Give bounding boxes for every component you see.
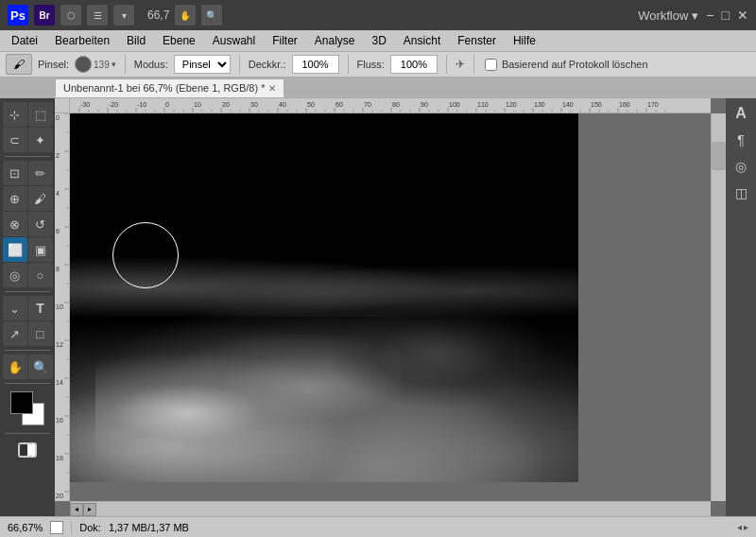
lasso-tool[interactable]: ⊂ [3, 128, 27, 152]
svg-text:80: 80 [392, 101, 400, 108]
zoom-level: 66,7 [147, 9, 169, 22]
tool-separator-2 [5, 291, 50, 292]
maximize-button[interactable]: □ [722, 8, 730, 23]
menu-datei[interactable]: Datei [4, 32, 45, 49]
main-area: ⊹ ⬚ ⊂ ✦ ⊡ ✏ ⊕ 🖌 ⊗ ↺ ⬜ ▣ ◎ ○ ⌄ [0, 98, 756, 516]
app-icon1[interactable]: ⬡ [60, 5, 81, 26]
menubar: Datei Bearbeiten Bild Ebene Auswahl Filt… [0, 30, 756, 51]
titlebar-left: Ps Br ⬡ ☰ ▾ 66,7 ✋ 🔍 [8, 5, 222, 26]
history-brush-tool[interactable]: ↺ [28, 212, 53, 236]
menu-3d[interactable]: 3D [365, 32, 394, 49]
pen-tool[interactable]: ⌄ [3, 296, 27, 320]
airbrush-toggle[interactable]: ✈ [455, 58, 465, 71]
scroll-canvas-btn[interactable]: ◂ ▸ [737, 522, 748, 532]
spot-heal-tool[interactable]: ⊕ [3, 186, 27, 211]
brush-tool-icon[interactable]: 🖌 [6, 54, 32, 75]
menu-ebene[interactable]: Ebene [155, 32, 203, 49]
selection-tool[interactable]: ⬚ [28, 102, 53, 127]
options-bar: 🖌 Pinsel: 139 ▾ Modus: Pinsel Deckkr.: F… [0, 51, 756, 78]
menu-filter[interactable]: Filter [265, 32, 305, 49]
hand-tool-icon[interactable]: ✋ [175, 5, 196, 26]
tool-separator-1 [5, 156, 50, 157]
shape-tool[interactable]: □ [28, 321, 53, 346]
svg-text:0: 0 [56, 114, 60, 121]
status-icon [50, 521, 63, 534]
canvas-area: -30-20-100102030405060708090100110120130… [55, 98, 726, 516]
tool-separator-3 [5, 350, 50, 351]
menu-ansicht[interactable]: Ansicht [396, 32, 448, 49]
svg-text:90: 90 [421, 101, 428, 108]
zoom-tool[interactable]: 🔍 [28, 355, 53, 379]
layers-btn[interactable]: ◫ [730, 182, 752, 204]
clone-stamp-tool[interactable]: ⊗ [3, 212, 27, 236]
tool-row-1: ⊹ ⬚ [3, 102, 53, 127]
close-button[interactable]: ✕ [737, 8, 748, 23]
mask-mode-toggle[interactable] [15, 438, 40, 462]
modus-select[interactable]: Pinsel [174, 55, 231, 74]
svg-text:100: 100 [449, 101, 460, 108]
gradient-tool[interactable]: ▣ [28, 237, 53, 262]
scrollbar-right[interactable] [711, 113, 726, 501]
app-icon3[interactable]: ▾ [113, 5, 134, 26]
eraser-tool[interactable]: ⬜ [3, 237, 27, 262]
document-tab[interactable]: Unbenannt-1 bei 66,7% (Ebene 1, RGB/8) *… [55, 78, 284, 97]
paragraph-btn[interactable]: ¶ [730, 129, 752, 151]
svg-text:-30: -30 [80, 101, 90, 108]
minimize-button[interactable]: − [706, 8, 713, 23]
blur-tool[interactable]: ◎ [3, 263, 27, 287]
scrollbar-right-thumb[interactable] [712, 142, 726, 170]
fluss-input[interactable] [390, 55, 438, 74]
menu-bild[interactable]: Bild [119, 32, 153, 49]
svg-text:10: 10 [56, 303, 63, 310]
scroll-left-btn[interactable]: ◂ [70, 503, 83, 516]
color-picker[interactable] [10, 391, 44, 425]
eyedropper-tool[interactable]: ✏ [28, 161, 53, 185]
move-tool[interactable]: ⊹ [3, 102, 27, 127]
protokoll-checkbox[interactable] [485, 59, 497, 71]
protokoll-checkbox-label[interactable]: Basierend auf Protokoll löschen [483, 59, 648, 71]
brush-panel-btn[interactable]: ◎ [730, 155, 752, 178]
right-panel: A ¶ ◎ ◫ [726, 98, 756, 516]
svg-text:18: 18 [56, 455, 63, 461]
path-select-tool[interactable]: ↗ [3, 321, 27, 346]
ruler-corner [55, 98, 70, 113]
separator2 [239, 55, 240, 74]
document-canvas[interactable] [70, 113, 578, 482]
svg-text:170: 170 [647, 101, 659, 108]
workflow-button[interactable]: Workflow ▾ [638, 9, 698, 23]
crop-tool[interactable]: ⊡ [3, 161, 27, 185]
bridge-logo: Br [34, 5, 55, 26]
text-tool[interactable]: T [28, 296, 53, 320]
brush-picker[interactable]: 139 ▾ [75, 56, 116, 73]
titlebar-right: Workflow ▾ − □ ✕ [638, 8, 748, 23]
menu-analyse[interactable]: Analyse [307, 32, 363, 49]
menu-hilfe[interactable]: Hilfe [506, 32, 543, 49]
deckkraft-input[interactable] [292, 55, 339, 74]
menu-auswahl[interactable]: Auswahl [205, 32, 263, 49]
type-panel-btn[interactable]: A [730, 102, 752, 125]
app-icon2[interactable]: ☰ [87, 5, 108, 26]
zoom-tool-icon[interactable]: 🔍 [201, 5, 222, 26]
svg-text:20: 20 [56, 493, 63, 499]
svg-text:-10: -10 [137, 101, 146, 108]
svg-text:-20: -20 [109, 101, 118, 108]
foreground-color[interactable] [10, 391, 33, 414]
brush-tool[interactable]: 🖌 [28, 186, 53, 211]
svg-text:2: 2 [56, 152, 60, 159]
menu-fenster[interactable]: Fenster [450, 32, 504, 49]
scroll-right-btn[interactable]: ▸ [83, 503, 96, 516]
scrollbar-bottom[interactable]: ◂ ▸ [70, 501, 711, 516]
hand-tool[interactable]: ✋ [3, 355, 27, 379]
fluss-label: Fluss: [357, 59, 385, 70]
magic-wand-tool[interactable]: ✦ [28, 128, 53, 152]
menu-bearbeiten[interactable]: Bearbeiten [47, 32, 117, 49]
svg-text:110: 110 [477, 101, 489, 108]
dodge-tool[interactable]: ○ [28, 263, 53, 287]
separator3 [348, 55, 349, 74]
brush-label: Pinsel: [38, 59, 69, 70]
svg-text:130: 130 [534, 101, 545, 108]
doc-label: Dok: [79, 522, 101, 533]
tab-close-icon[interactable]: ✕ [268, 83, 276, 94]
svg-text:70: 70 [364, 101, 371, 108]
svg-text:8: 8 [56, 266, 60, 272]
